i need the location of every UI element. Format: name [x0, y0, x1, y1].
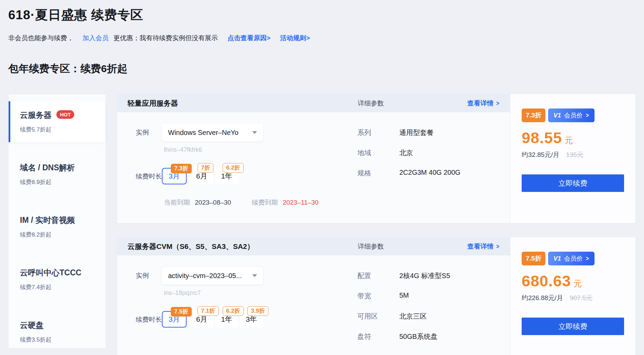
sidebar-item-discount: 续费3.5折起	[20, 336, 106, 344]
duration-options: 7.5折 3月 7.1折 6月 6.2折 1年 3.9折 3年	[162, 306, 264, 328]
product-card: 云服务器CVM（S6、S5、SA3、SA2） 详细参数 查看详情 > 实例 ac…	[117, 237, 635, 355]
card-body: 实例 activity–cvm–2023–05... ins–18pqzrc7 …	[117, 255, 510, 352]
instance-row: 实例 activity–cvm–2023–05...	[136, 267, 357, 285]
duration-option-label: 6月	[196, 171, 208, 181]
sidebar-item-label: 域名 / DNS解析	[20, 163, 75, 172]
monthly-price-row: 约32.85元/月 135元	[522, 150, 624, 159]
sidebar-item[interactable]: 域名 / DNS解析 续费8.9折起	[9, 154, 106, 195]
instance-id: lhins–47fkfrk6	[164, 146, 357, 153]
renew-now-button[interactable]: 立即续费	[522, 318, 624, 335]
instance-label: 实例	[136, 271, 162, 280]
member-price-label: 会员价	[564, 254, 582, 263]
card-title: 轻量应用服务器	[127, 99, 358, 108]
renewal-page: 618·夏日盛惠 续费专区 非会员也能参与续费， 加入会员 更优惠；我有待续费实…	[0, 0, 644, 355]
duration-option-label: 6月	[196, 314, 208, 324]
duration-option[interactable]: 6.2折 1年	[214, 168, 239, 184]
view-detail-label: 查看详情	[467, 242, 493, 251]
param-label: 带宽	[357, 291, 399, 301]
view-detail-link[interactable]: 查看详情 >	[467, 242, 500, 251]
dropdown-caret-icon	[252, 131, 257, 134]
sidebar-item-label: 云服务器	[20, 111, 52, 119]
renew-now-button[interactable]: 立即续费	[522, 174, 624, 192]
discount-tag: 7.3折	[171, 164, 192, 173]
duration-options: 7.3折 3月 7折 6月 6.2折 1年	[162, 163, 239, 184]
price-row: 680.63 元	[522, 272, 624, 290]
card-title: 云服务器CVM（S6、S5、SA3、SA2）	[127, 242, 358, 251]
param-row: 系列 通用型套餐	[357, 128, 510, 137]
param-row: 规格 2C2G3M 40G 200G	[357, 169, 510, 178]
price-unit: 元	[565, 135, 573, 146]
instance-select[interactable]: activity–cvm–2023–05...	[162, 267, 263, 285]
param-label: 地域	[357, 148, 399, 158]
sidebar-item-discount: 续费8.9折起	[20, 178, 106, 186]
member-price-label: 会员价	[564, 111, 582, 119]
discount-badge: 7.5折	[522, 252, 545, 265]
instance-select-value: activity–cvm–2023–05...	[168, 272, 242, 280]
sidebar-item-title-row: 云呼叫中心TCCC	[20, 267, 106, 278]
price-panel: 7.5折 V1 会员价 > 680.63 元 约226.88元/月 907.5元…	[510, 237, 635, 355]
price-panel: 7.3折 V1 会员价 > 98.55 元 约32.85元/月 135元 立即续…	[510, 94, 635, 223]
duration-row: 续费时长 7.5折 3月 7.1折 6月 6.2折 1年 3.9折 3年	[136, 306, 357, 328]
current-expiry-label: 当前到期	[164, 198, 190, 207]
params-header: 详细参数	[358, 242, 384, 251]
form-column: 实例 Windows Server–NeYo lhins–47fkfrk6 续费…	[136, 124, 357, 207]
monthly-price: 约226.88元/月	[522, 294, 563, 301]
activity-rules-link[interactable]: 活动规则>	[280, 34, 310, 43]
instance-select[interactable]: Windows Server–NeYo	[162, 124, 263, 141]
duration-option[interactable]: 7.5折 3月	[162, 311, 187, 328]
sidebar-item-title-row: 域名 / DNS解析	[20, 162, 106, 173]
params-list: 系列 通用型套餐 地域 北京 规格 2C2G3M 40G 200G	[357, 124, 510, 207]
sidebar-item-discount: 续费5.7折起	[20, 126, 106, 134]
chevron-right-icon: >	[586, 255, 589, 262]
param-label: 规格	[357, 169, 399, 178]
price-row: 98.55 元	[522, 129, 624, 147]
chevron-right-icon: >	[496, 100, 499, 107]
dropdown-caret-icon	[252, 274, 257, 277]
subtitle-prefix: 非会员也能参与续费，	[8, 34, 74, 43]
card-header: 云服务器CVM（S6、S5、SA3、SA2） 详细参数 查看详情 >	[117, 237, 510, 255]
duration-option[interactable]: 7折 6月	[189, 168, 214, 184]
join-member-link[interactable]: 加入会员	[82, 34, 109, 43]
sidebar-item-label: IM / 实时音视频	[20, 216, 75, 225]
monthly-price: 约32.85元/月	[522, 151, 559, 158]
price-unit: 元	[574, 278, 582, 289]
param-label: 配置	[357, 271, 399, 280]
price-amount: 98.55	[522, 129, 562, 147]
params-header: 详细参数	[358, 99, 384, 108]
duration-option-label: 1年	[221, 171, 232, 181]
discount-tag: 3.9折	[247, 306, 268, 316]
sidebar-item-label: 云硬盘	[20, 321, 44, 330]
sidebar-item[interactable]: 云服务器 HOT 续费5.7折起	[9, 101, 106, 142]
renew-expiry-date: 2023–11–30	[283, 199, 319, 206]
member-price-badge[interactable]: V1 会员价 >	[548, 252, 595, 265]
param-value: 北京	[399, 148, 413, 158]
duration-label: 续费时长	[136, 306, 162, 324]
card-header: 轻量应用服务器 详细参数 查看详情 >	[117, 94, 510, 112]
instance-id: ins–18pqzrc7	[164, 289, 357, 297]
params-list: 配置 2核4G 标准型S5 带宽 5M 可用区 北京三区 盘符 50GB系统盘	[357, 267, 510, 352]
original-price: 135元	[566, 151, 584, 158]
sidebar-item[interactable]: 云硬盘 续费3.5折起	[9, 311, 106, 352]
monthly-price-row: 约226.88元/月 907.5元	[522, 294, 624, 302]
product-card: 轻量应用服务器 详细参数 查看详情 > 实例 Windows Server–Ne…	[117, 94, 635, 223]
param-row: 地域 北京	[357, 148, 510, 158]
view-detail-link[interactable]: 查看详情 >	[467, 99, 500, 108]
member-price-badge[interactable]: V1 会员价 >	[548, 108, 595, 122]
duration-option[interactable]: 7.1折 6月	[189, 311, 214, 328]
sidebar-item[interactable]: IM / 实时音视频 续费8.2折起	[9, 206, 106, 247]
card-main: 云服务器CVM（S6、S5、SA3、SA2） 详细参数 查看详情 > 实例 ac…	[117, 237, 510, 355]
price-badge-row: 7.5折 V1 会员价 >	[522, 252, 624, 265]
instance-label: 实例	[136, 128, 162, 137]
discount-badge: 7.3折	[522, 108, 545, 122]
param-row: 配置 2核4G 标准型S5	[357, 271, 510, 280]
view-reason-link[interactable]: 点击查看原因>	[227, 34, 270, 43]
duration-label: 续费时长	[136, 163, 162, 181]
chevron-right-icon: >	[496, 243, 499, 250]
chevron-right-icon: >	[586, 112, 589, 119]
duration-option[interactable]: 7.3折 3月	[162, 168, 187, 184]
sidebar-item[interactable]: 云呼叫中心TCCC 续费7.4折起	[9, 259, 106, 300]
subtitle-mid: 更优惠；我有待续费实例但没有展示	[113, 34, 218, 43]
param-value: 北京三区	[399, 312, 427, 321]
duration-option-label: 1年	[221, 314, 232, 324]
param-row: 可用区 北京三区	[357, 312, 510, 321]
